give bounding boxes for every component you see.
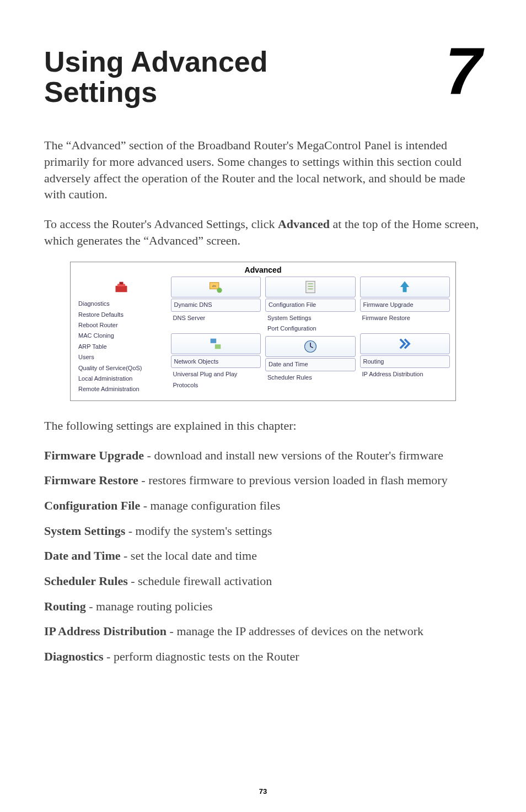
svg-rect-6 [211,339,217,343]
link-protocols[interactable]: Protocols [171,380,261,391]
link-system-settings[interactable]: System Settings [265,313,356,323]
svg-text:abc: abc [212,284,217,288]
panel-col-2: abc Dynamic DNS DNS Server Network Objec… [171,277,261,395]
link-arp-table[interactable]: ARP Table [76,342,167,352]
intro-paragraph: The “Advanced” section of the Broadband … [44,137,482,203]
chapter-title-line1: Using Advanced [44,46,268,78]
dns-icon[interactable]: abc [171,277,261,297]
setting-firmware-restore: Firmware Restore - restores firmware to … [44,472,482,489]
setting-ip-distribution: IP Address Distribution - manage the IP … [44,623,482,640]
setting-system-settings: System Settings - modify the system's se… [44,523,482,539]
explained-intro: The following settings are explained in … [44,418,482,434]
network-objects-icon[interactable] [171,333,261,354]
settings-list: Firmware Upgrade - download and install … [44,447,482,665]
link-diagnostics[interactable]: Diagnostics [76,299,167,309]
link-qos[interactable]: Quality of Service(QoS) [76,363,167,373]
link-firmware-restore[interactable]: Firmware Restore [360,313,450,323]
svg-rect-0 [115,286,127,293]
panel-col-3: Configuration File System Settings Port … [265,277,356,395]
link-scheduler-rules[interactable]: Scheduler Rules [265,372,356,383]
link-users[interactable]: Users [76,352,167,362]
link-remote-admin[interactable]: Remote Administration [76,384,167,394]
advanced-panel-screenshot: Advanced Diagnostics Restore Defaults Re… [70,262,456,401]
link-local-admin[interactable]: Local Administration [76,373,167,384]
svg-rect-7 [215,344,221,349]
link-date-time[interactable]: Date and Time [265,358,356,371]
panel-col-4: Firmware Upgrade Firmware Restore Routin… [360,277,450,395]
setting-scheduler-rules: Scheduler Rules - schedule firewall acti… [44,573,482,589]
panel-title: Advanced [71,262,455,277]
access-bold: Advanced [278,217,330,231]
panel-body: Diagnostics Restore Defaults Reboot Rout… [71,277,455,400]
access-paragraph: To access the Router's Advanced Settings… [44,216,482,248]
panel-col-1: Diagnostics Restore Defaults Reboot Rout… [76,277,167,395]
setting-date-time: Date and Time - set the local date and t… [44,548,482,564]
firmware-icon[interactable] [360,277,450,297]
setting-routing: Routing - manage routing policies [44,598,482,615]
svg-rect-2 [119,282,123,285]
svg-rect-8 [306,282,315,293]
link-config-file[interactable]: Configuration File [265,299,356,311]
settings-icon[interactable] [265,277,356,297]
link-upnp[interactable]: Universal Plug and Play [171,369,261,380]
link-ip-distribution[interactable]: IP Address Distribution [360,369,450,380]
link-reboot-router[interactable]: Reboot Router [76,320,167,331]
link-port-config[interactable]: Port Configuration [265,323,356,334]
svg-point-5 [217,288,222,293]
link-dynamic-dns[interactable]: Dynamic DNS [171,299,261,311]
chapter-header: Using Advanced Settings 7 [44,47,482,107]
chapter-number: 7 [445,44,482,97]
link-dns-server[interactable]: DNS Server [171,313,261,323]
toolbox-icon [76,277,167,297]
link-restore-defaults[interactable]: Restore Defaults [76,310,167,320]
routing-icon[interactable] [360,333,450,354]
access-prefix: To access the Router's Advanced Settings… [44,217,278,231]
setting-config-file: Configuration File - manage configuratio… [44,497,482,514]
setting-firmware-upgrade: Firmware Upgrade - download and install … [44,447,482,464]
link-mac-cloning[interactable]: MAC Cloning [76,331,167,341]
link-routing[interactable]: Routing [360,355,450,368]
chapter-title: Using Advanced Settings [44,47,268,107]
link-network-objects[interactable]: Network Objects [171,355,261,368]
clock-icon[interactable] [265,336,356,357]
link-firmware-upgrade[interactable]: Firmware Upgrade [360,299,450,311]
setting-diagnostics: Diagnostics - perform diagnostic tests o… [44,648,482,665]
page-number: 73 [0,787,526,795]
chapter-title-line2: Settings [44,76,157,108]
